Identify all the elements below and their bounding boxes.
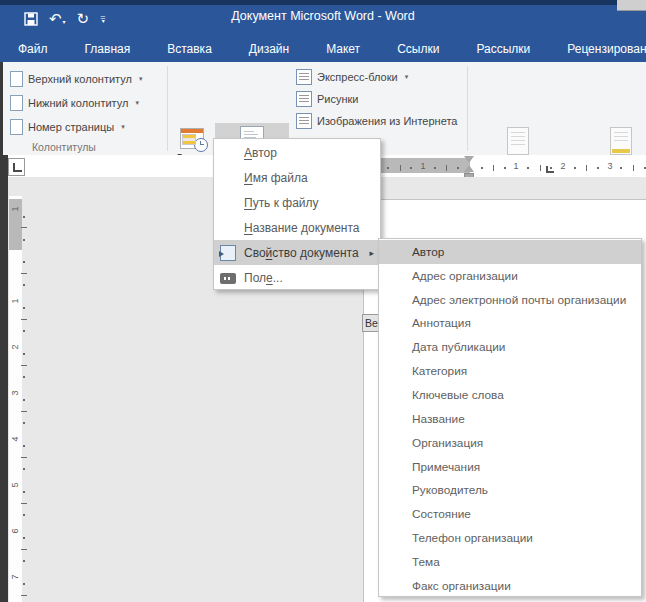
ruler-mark: [434, 167, 436, 169]
menu-item[interactable]: Свойство документа ▸: [214, 240, 380, 265]
menu-item[interactable]: Название документа: [214, 215, 380, 240]
menu-item[interactable]: Имя файла: [214, 165, 380, 190]
ruler-mark: 3: [10, 390, 20, 395]
ribbon-tab[interactable]: Рассылки: [476, 42, 530, 56]
ruler-mark: [446, 165, 447, 171]
submenu-item[interactable]: Название: [379, 407, 641, 431]
ruler-mark: [23, 445, 25, 447]
window-title: Документ Microsoft Word - Word: [0, 9, 646, 23]
menu-item-icon: [220, 170, 236, 186]
chevron-down-icon: ▾: [135, 99, 139, 107]
document-info-dropdown-menu: Автор Имя файла Путь к файлу Название до…: [213, 138, 381, 290]
ribbon-tab[interactable]: Вставка: [167, 42, 212, 56]
submenu-item[interactable]: Состояние: [379, 502, 641, 526]
ribbon-tab[interactable]: Макет: [326, 42, 360, 56]
ruler-mark: [21, 227, 27, 228]
submenu-item[interactable]: Организация: [379, 431, 641, 455]
ruler-mark: [23, 468, 25, 470]
ruler-mark: [21, 273, 27, 274]
submenu-item[interactable]: Адрес организации: [379, 264, 641, 288]
submenu-item[interactable]: Телефон организации: [379, 526, 641, 550]
ruler-mark: [23, 284, 25, 286]
ribbon-tab[interactable]: Дизайн: [249, 42, 289, 56]
chevron-down-icon: ▾: [121, 123, 125, 131]
submenu-item[interactable]: Тема: [379, 550, 641, 574]
ruler-mark: [387, 167, 389, 169]
vertical-ruler[interactable]: 11234567: [9, 196, 22, 602]
ruler-mark: [23, 353, 25, 355]
text-button-icon: [296, 69, 312, 85]
ruler-mark: [586, 165, 587, 171]
submenu-item[interactable]: Аннотация: [379, 312, 641, 336]
ruler-mark: [23, 376, 25, 378]
chevron-down-icon: ▾: [139, 75, 143, 83]
ruler-mark: [21, 503, 27, 504]
page-icon: [10, 95, 23, 111]
ruler-mark: [23, 514, 25, 516]
ruler-mark: [540, 165, 541, 171]
text-button-icon: [296, 91, 312, 107]
ruler-mark: [574, 167, 576, 169]
window-left-edge: [0, 62, 3, 156]
page-icon: [10, 71, 23, 87]
ruler-mark: 4: [10, 436, 20, 441]
ruler-mark: [23, 330, 25, 332]
submenu-item[interactable]: Адрес электронной почты организации: [379, 288, 641, 312]
ruler-mark: [504, 167, 506, 169]
ruler-mark: [23, 216, 25, 218]
first-line-indent-marker[interactable]: [464, 156, 474, 163]
ruler-mark: 1: [10, 206, 20, 211]
submenu-item[interactable]: Ключевые слова: [379, 383, 641, 407]
menu-item[interactable]: Путь к файлу: [214, 190, 380, 215]
ruler-mark: 5: [10, 482, 20, 487]
ribbon-button[interactable]: Верхний колонтитул▾: [10, 67, 142, 91]
chevron-down-icon: ▾: [405, 73, 409, 81]
ruler-mark: [23, 399, 25, 401]
ribbon-tab-bar: ФайлГлавнаяВставкаДизайнМакетСсылкиРассы…: [0, 35, 646, 62]
menu-item[interactable]: Поле...: [214, 265, 380, 290]
ribbon-button[interactable]: Изображения из Интернета: [296, 110, 464, 132]
ruler-mark: [23, 537, 25, 539]
ruler-mark: [597, 167, 599, 169]
ruler-mark: [620, 167, 622, 169]
ruler-mark: [457, 167, 459, 169]
ruler-mark: [633, 165, 634, 171]
ruler-mark: [23, 261, 25, 263]
submenu-item[interactable]: Автор: [379, 240, 641, 264]
menu-item-icon: [220, 220, 236, 236]
submenu-item[interactable]: Дата публикации: [379, 335, 641, 359]
submenu-item[interactable]: Категория: [379, 359, 641, 383]
ribbon-button[interactable]: Экспресс-блоки▾: [296, 66, 464, 88]
submenu-item[interactable]: Примечания: [379, 455, 641, 479]
submenu-item[interactable]: Факс организации: [379, 574, 641, 598]
hanging-indent-marker[interactable]: [464, 165, 474, 172]
ruler-mark: 2: [560, 161, 565, 171]
ruler-mark: [527, 167, 529, 169]
ruler-mark: [21, 549, 27, 550]
menu-item[interactable]: Автор: [214, 140, 380, 165]
ruler-mark: [400, 165, 401, 171]
ribbon-tab[interactable]: Файл: [18, 42, 48, 56]
tab-stop-marker[interactable]: [546, 166, 554, 173]
ruler-mark: 1: [10, 298, 20, 303]
ribbon-tab[interactable]: Главная: [85, 42, 131, 56]
ruler-mark: [23, 239, 25, 241]
ruler-mark: [410, 167, 412, 169]
ribbon-button[interactable]: Нижний колонтитул▾: [10, 91, 142, 115]
goto-header-icon: [507, 127, 529, 155]
calendar-clock-icon: [180, 128, 204, 149]
ribbon-tab[interactable]: Ссылки: [397, 42, 439, 56]
menu-item-icon: [220, 195, 236, 211]
menu-item-icon: [220, 273, 236, 284]
text-group: Экспресс-блоки▾ Рисунки Изображения из И…: [296, 66, 464, 132]
submenu-item[interactable]: Руководитель: [379, 478, 641, 502]
group-divider: [167, 66, 168, 151]
ribbon-button[interactable]: Номер страницы▾: [10, 115, 142, 139]
ruler-mark: [481, 167, 483, 169]
menu-item-icon: [220, 245, 236, 261]
ruler-mark: [21, 457, 27, 458]
goto-footer-icon: [610, 127, 632, 155]
ribbon-tab[interactable]: Рецензирование: [567, 42, 646, 56]
ribbon-button[interactable]: Рисунки: [296, 88, 464, 110]
ruler-mark: [21, 595, 27, 596]
